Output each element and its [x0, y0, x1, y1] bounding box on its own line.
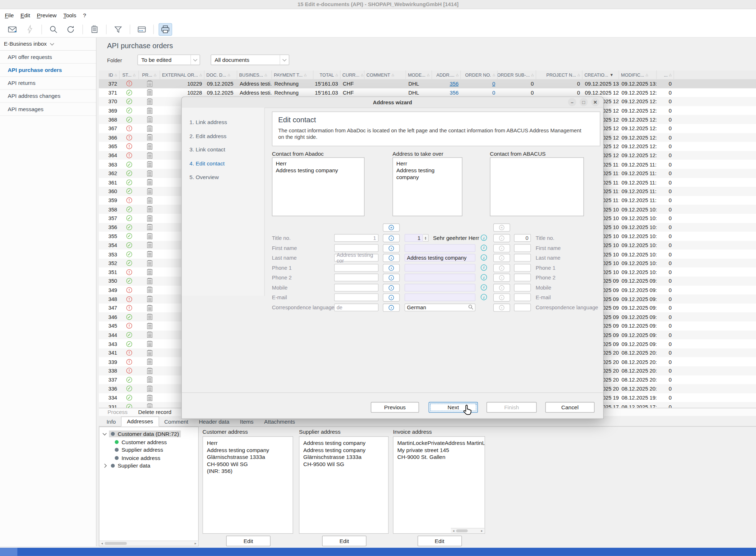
phone-1-info-icon[interactable]: i: [481, 264, 487, 270]
phone-2-info-icon[interactable]: i: [481, 274, 487, 280]
document-icon[interactable]: [88, 23, 101, 35]
title-no--transfer-button[interactable]: ›: [383, 234, 400, 242]
correspondence-language-abacus-field[interactable]: [514, 303, 531, 311]
tree-item-customer-address[interactable]: Customer address: [99, 438, 198, 446]
wizard-step-2-edit-address[interactable]: 2. Edit address: [182, 133, 264, 147]
menu-item-preview[interactable]: Preview: [33, 11, 60, 19]
menu-item-file[interactable]: File: [1, 11, 17, 19]
phone-1-abacus-field[interactable]: [514, 264, 531, 271]
phone-2-transfer-back-button[interactable]: ‹: [493, 274, 510, 282]
column-header-externalor[interactable]: EXTERNAL OR...△: [160, 70, 204, 79]
first-name-source-field[interactable]: [334, 244, 378, 251]
column-header-orderno[interactable]: ORDER NO.△: [461, 70, 498, 79]
scroll-right-icon[interactable]: ▸: [479, 527, 485, 534]
invoice-horizontal-scrollbar[interactable]: ◂▸: [451, 528, 485, 533]
mobile-abacus-field[interactable]: [514, 283, 531, 291]
folder-select[interactable]: To be edited: [137, 55, 200, 65]
tab-addresses[interactable]: Addresses: [121, 416, 159, 427]
address-link[interactable]: 356: [450, 90, 459, 95]
scroll-left-icon[interactable]: ◂: [99, 542, 105, 546]
phone-1-transfer-button[interactable]: ›: [383, 264, 400, 272]
last-name-transfer-button[interactable]: ›: [383, 254, 400, 262]
column-header-addr[interactable]: ADDR....△: [432, 70, 461, 79]
mail-icon[interactable]: [6, 23, 19, 35]
mobile-info-icon[interactable]: i: [481, 284, 487, 290]
minimize-icon[interactable]: –: [568, 98, 576, 106]
title-no--spinner[interactable]: ▲▼: [423, 234, 429, 242]
column-header-st[interactable]: ST...△: [120, 70, 139, 79]
last-name-target-field[interactable]: Address testing company: [405, 254, 475, 261]
search-icon[interactable]: [468, 304, 474, 310]
sidebar-item-api-returns[interactable]: API returns: [0, 77, 96, 90]
column-header-pr[interactable]: PR...△: [139, 70, 160, 79]
last-name-abacus-field[interactable]: [514, 254, 531, 261]
phone-2-source-field[interactable]: [334, 274, 378, 281]
e-mail-abacus-field[interactable]: [514, 293, 531, 301]
sidebar-item-api-purchase-orders[interactable]: API purchase orders: [0, 64, 96, 77]
phone-2-target-field[interactable]: [405, 274, 475, 281]
column-header-comment[interactable]: COMMENT△: [364, 70, 406, 79]
column-header-ordersub[interactable]: ORDER SUB-...△: [498, 70, 536, 79]
title-no--target-field[interactable]: 1: [405, 234, 423, 242]
edit-supplier-address-button[interactable]: Edit: [322, 536, 366, 547]
sidebar-header[interactable]: E-Business inbox: [0, 38, 96, 51]
phone-1-target-field[interactable]: [405, 264, 475, 271]
e-mail-transfer-back-button[interactable]: ‹: [493, 293, 510, 302]
column-header-total[interactable]: TOTAL△: [313, 70, 340, 79]
card-icon[interactable]: [135, 23, 148, 35]
cancel-button[interactable]: Cancel: [545, 402, 595, 413]
scroll-right-icon[interactable]: ▸: [193, 542, 198, 546]
documents-select[interactable]: All documents: [211, 55, 289, 65]
last-name-source-field[interactable]: Address testing cor: [334, 254, 378, 261]
scroll-left-icon[interactable]: ◂: [451, 527, 456, 534]
column-header-creatio[interactable]: CREATIO...▼: [582, 70, 619, 79]
sidebar-item-api-address-changes[interactable]: API address changes: [0, 90, 96, 103]
e-mail-source-field[interactable]: [334, 293, 378, 301]
wizard-step-1-link-address[interactable]: 1. Link address: [182, 119, 264, 133]
title-no--abacus-field[interactable]: 0: [514, 234, 531, 242]
phone-1-transfer-back-button[interactable]: ‹: [493, 264, 510, 272]
menu-item-tools[interactable]: Tools: [60, 11, 80, 19]
title-no--transfer-back-button[interactable]: ‹: [493, 234, 510, 242]
previous-button[interactable]: Previous: [371, 402, 419, 413]
last-name-info-icon[interactable]: i: [481, 254, 487, 260]
column-header-paymentt[interactable]: PAYMENT T...△: [272, 70, 313, 79]
maximize-icon[interactable]: □: [580, 98, 588, 106]
edit-invoice-address-button[interactable]: Edit: [417, 536, 461, 547]
column-header-id[interactable]: ID△: [99, 70, 120, 79]
order-link[interactable]: 0: [492, 90, 495, 95]
tree-item-supplier-data[interactable]: Supplier data: [99, 462, 198, 470]
table-row[interactable]: 372!1022909.12.2025Address testi...Rechn…: [99, 79, 756, 88]
transfer-all-right-button[interactable]: »: [383, 223, 400, 232]
correspondence-language-target-field[interactable]: German: [405, 303, 475, 311]
column-header-mode[interactable]: MODE...△: [406, 70, 432, 79]
printer-icon[interactable]: [159, 23, 172, 35]
column-header-docd[interactable]: DOC. D...△: [204, 70, 237, 79]
column-header-busines[interactable]: BUSINES...△: [237, 70, 272, 79]
tree-item-invoice-address[interactable]: Invoice address: [99, 454, 198, 462]
phone-2-abacus-field[interactable]: [514, 274, 531, 281]
column-header-projectn[interactable]: PROJECT N...△: [536, 70, 582, 79]
wizard-step-5-overview[interactable]: 5. Overview: [182, 174, 264, 188]
column-header-more[interactable]: ...△: [657, 70, 674, 79]
contact-from-abadoc-list[interactable]: HerrAddress testing company: [272, 157, 365, 216]
wizard-step-4-edit-contact[interactable]: 4. Edit contact: [182, 160, 264, 174]
column-header-modific[interactable]: MODIFIC...△: [619, 70, 657, 79]
correspondence-language-transfer-back-button[interactable]: ‹: [493, 303, 510, 311]
wizard-step-3-link-contact[interactable]: 3. Link contact: [182, 147, 264, 160]
transfer-all-left-button[interactable]: «: [493, 223, 510, 232]
mobile-transfer-button[interactable]: ›: [383, 283, 400, 292]
menu-item-[interactable]: ?: [80, 11, 89, 19]
refresh-icon[interactable]: [65, 23, 77, 35]
title-no--info-icon[interactable]: i: [481, 234, 487, 241]
phone-2-transfer-button[interactable]: ›: [383, 274, 400, 282]
tree-item-customer-data-dnr-72-[interactable]: Customer data (DNR:72): [99, 430, 198, 438]
delete-record-action[interactable]: Delete record: [138, 409, 172, 415]
address-link[interactable]: 356: [450, 81, 459, 86]
sidebar-item-api-messages[interactable]: API messages: [0, 103, 96, 116]
edit-customer-address-button[interactable]: Edit: [226, 536, 270, 547]
search-icon[interactable]: [47, 23, 60, 35]
first-name-target-field[interactable]: [405, 244, 475, 251]
mobile-transfer-back-button[interactable]: ‹: [493, 283, 510, 292]
last-name-transfer-back-button[interactable]: ‹: [493, 254, 510, 262]
